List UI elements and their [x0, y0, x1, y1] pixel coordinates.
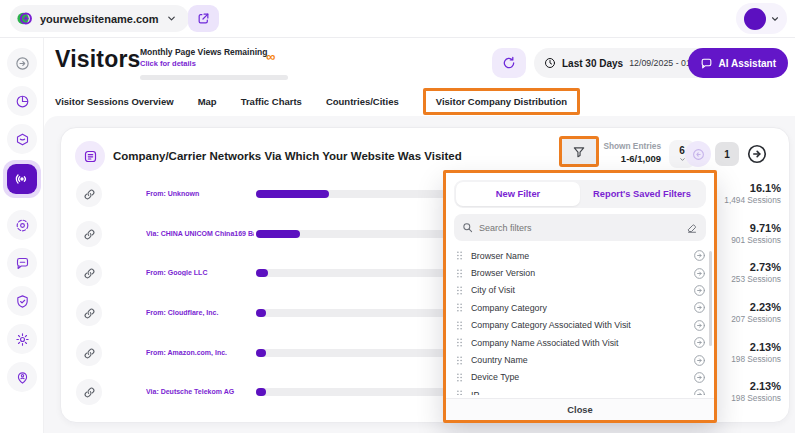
filter-search-input[interactable]: [479, 223, 680, 233]
bar-fill: [256, 190, 329, 198]
target-icon[interactable]: [7, 210, 37, 240]
filter-item[interactable]: City of Visit: [454, 282, 706, 299]
bar-label[interactable]: From: Cloudflare, Inc.: [146, 309, 254, 316]
tab-traffic-charts[interactable]: Traffic Charts: [241, 96, 302, 107]
close-button[interactable]: Close: [446, 398, 714, 420]
bar-stats: 2.13% 198 Sessions: [731, 380, 781, 403]
next-page-button[interactable]: [745, 142, 769, 166]
site-name: yourwebsitename.com: [40, 13, 159, 25]
apply-filter-arrow-icon[interactable]: [693, 249, 706, 262]
bar-fill: [256, 230, 300, 238]
apply-filter-arrow-icon[interactable]: [693, 354, 706, 367]
search-icon: [462, 222, 473, 233]
filter-list: Browser Name Browser Version City of Vis…: [454, 247, 706, 395]
refresh-button[interactable]: [492, 48, 526, 78]
apply-filter-arrow-icon[interactable]: [693, 388, 706, 395]
report-tabs: Visitor Sessions Overview Map Traffic Ch…: [55, 86, 580, 116]
drag-handle-icon[interactable]: [454, 337, 465, 348]
page-title: Visitors: [55, 46, 141, 73]
report-title: Company/Carrier Networks Via Which Your …: [113, 150, 462, 162]
apply-filter-arrow-icon[interactable]: [693, 371, 706, 384]
bar-label[interactable]: From: Unknown: [146, 190, 254, 197]
filter-item[interactable]: Country Name: [454, 351, 706, 368]
collapse-icon[interactable]: [7, 48, 37, 78]
open-site-button[interactable]: [188, 5, 219, 32]
bar-percent: 2.23%: [731, 301, 781, 313]
filter-item[interactable]: Company Name Associated With Visit: [454, 334, 706, 351]
link-icon[interactable]: [76, 260, 102, 286]
pie-chart-icon[interactable]: [7, 86, 37, 116]
filter-search: [454, 214, 706, 241]
apply-filter-arrow-icon[interactable]: [693, 301, 706, 314]
bar-fill: [256, 388, 266, 396]
filter-item[interactable]: Device Type: [454, 369, 706, 386]
bar-label[interactable]: Via: CHINA UNICOM China169 Backbone: [146, 230, 254, 237]
drag-handle-icon[interactable]: [454, 355, 465, 366]
location-person-icon[interactable]: [7, 362, 37, 392]
link-icon[interactable]: [76, 221, 102, 247]
sidebar-item-visitors-active[interactable]: [3, 160, 41, 198]
site-selector[interactable]: yourwebsitename.com: [10, 5, 189, 32]
bar-label[interactable]: From: Google LLC: [146, 269, 254, 276]
bar-stats: 9.71% 901 Sessions: [731, 222, 781, 245]
filter-item[interactable]: Browser Version: [454, 264, 706, 281]
tab-countries-cities[interactable]: Countries/Cities: [326, 96, 399, 107]
filter-list-scrollbar[interactable]: [709, 251, 712, 346]
filter-item[interactable]: IP: [454, 386, 706, 395]
bar-sessions: 198 Sessions: [731, 354, 781, 364]
refresh-icon: [502, 56, 516, 70]
bar-percent: 2.13%: [731, 341, 781, 353]
link-icon[interactable]: [76, 340, 102, 366]
bar-sessions: 1,494 Sessions: [724, 195, 781, 205]
bar-percent: 2.73%: [731, 261, 781, 273]
gear-icon[interactable]: [7, 324, 37, 354]
tab-saved-filters[interactable]: Report's Saved Filters: [580, 182, 704, 206]
shield-icon[interactable]: [7, 286, 37, 316]
drag-handle-icon[interactable]: [454, 320, 465, 331]
link-icon[interactable]: [76, 300, 102, 326]
apply-filter-arrow-icon[interactable]: [693, 336, 706, 349]
bar-stats: 2.13% 198 Sessions: [731, 341, 781, 364]
drag-handle-icon[interactable]: [454, 268, 465, 279]
drag-handle-icon[interactable]: [454, 250, 465, 261]
ai-assistant-button[interactable]: AI Assistant: [688, 48, 788, 78]
bar-fill: [256, 349, 266, 357]
bar-label[interactable]: Via: Deutsche Telekom AG: [146, 388, 254, 395]
chevron-down-icon: [166, 13, 177, 24]
prev-page-button[interactable]: [685, 141, 711, 167]
clear-eraser-icon[interactable]: [686, 222, 698, 234]
drag-handle-icon[interactable]: [454, 302, 465, 313]
tab-map[interactable]: Map: [198, 96, 217, 107]
box-icon[interactable]: [7, 124, 37, 154]
filter-item-label: City of Visit: [471, 285, 687, 295]
avatar: [744, 8, 766, 30]
filter-item-label: Company Name Associated With Visit: [471, 338, 687, 348]
quota-value: ∞: [266, 49, 275, 64]
apply-filter-arrow-icon[interactable]: [693, 319, 706, 332]
filter-item[interactable]: Company Category Associated With Visit: [454, 317, 706, 334]
bar-sessions: 207 Sessions: [731, 314, 781, 324]
external-link-icon: [197, 12, 210, 25]
date-preset: Last 30 Days: [562, 58, 623, 69]
drag-handle-icon[interactable]: [454, 372, 465, 383]
filter-item-label: Country Name: [471, 355, 687, 365]
drag-handle-icon[interactable]: [454, 389, 465, 395]
bar-fill: [256, 309, 266, 317]
user-menu[interactable]: [736, 3, 787, 34]
apply-filter-arrow-icon[interactable]: [693, 267, 706, 280]
shown-entries-label: Shown Entries: [597, 141, 661, 151]
link-icon[interactable]: [76, 181, 102, 207]
bar-label[interactable]: From: Amazon.com, Inc.: [146, 349, 254, 356]
apply-filter-arrow-icon[interactable]: [693, 284, 706, 297]
tab-visitor-sessions-overview[interactable]: Visitor Sessions Overview: [55, 96, 174, 107]
tab-new-filter[interactable]: New Filter: [456, 182, 580, 206]
link-icon[interactable]: [76, 379, 102, 405]
filter-button[interactable]: [559, 136, 599, 167]
drag-handle-icon[interactable]: [454, 285, 465, 296]
filter-funnel-icon: [572, 145, 586, 159]
tab-visitor-company-distribution[interactable]: Visitor Company Distribution: [423, 88, 580, 115]
filter-item[interactable]: Company Category: [454, 299, 706, 316]
chat-icon[interactable]: [7, 248, 37, 278]
current-page[interactable]: 1: [715, 142, 739, 166]
filter-item[interactable]: Browser Name: [454, 247, 706, 264]
